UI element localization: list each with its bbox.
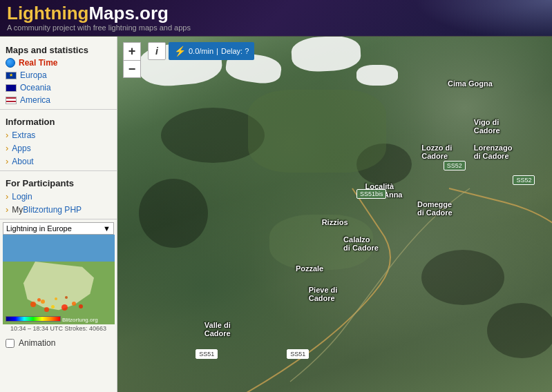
title-maps: Maps.org [88, 3, 169, 23]
badge-ss51bis: SS51bis [356, 189, 387, 199]
lightning-rate: 0.0/min [189, 47, 213, 55]
pipe-separator: | [216, 47, 218, 55]
sidebar-item-apps[interactable]: › Apps [0, 141, 117, 155]
sidebar-item-america[interactable]: America [0, 94, 117, 106]
animation-checkbox[interactable] [6, 339, 15, 348]
section-title-maps: Maps and statistics [0, 41, 117, 57]
delay-label: Delay: ? [221, 47, 249, 55]
scale-label: Blitzortung.org [62, 317, 98, 323]
map-panel[interactable]: Cima Gogna Vigo diCadore Lozzo diCadore … [117, 37, 552, 392]
lightning-stats-bar: ⚡ 0.0/min | Delay: ? [169, 42, 254, 60]
sidebar-item-europa-label: Europa [20, 70, 47, 80]
label-localita: LocalitàSant'Anna [365, 182, 403, 199]
site-title: LightningMaps.org [7, 4, 545, 22]
zoom-in-button[interactable]: + [123, 42, 141, 60]
animation-row: Animation [0, 335, 117, 351]
terrain-dark-4 [421, 250, 504, 305]
heat-map-area [17, 290, 93, 314]
sidebar-item-about[interactable]: › About [0, 155, 117, 168]
map-controls: + − [123, 42, 141, 78]
sidebar-item-oceania-label: Oceania [20, 83, 51, 92]
main-content: Maps and statistics Real Time ★ Europa O… [0, 37, 552, 392]
arrow-login-icon: › [6, 191, 8, 202]
valley-1 [248, 90, 386, 173]
flag-au-icon [6, 84, 17, 92]
sidebar-item-about-label: About [12, 157, 33, 166]
badge-ss52-2: SS52 [513, 175, 535, 185]
terrain-dark-5 [487, 303, 552, 358]
animation-label[interactable]: Animation [19, 338, 55, 348]
title-lightning: Lightning [7, 3, 88, 23]
badge-ss52-1: SS52 [444, 161, 466, 170]
snow-patch-3 [290, 37, 361, 73]
header: LightningMaps.org A community project wi… [0, 0, 552, 37]
flag-eu-icon: ★ [6, 72, 17, 79]
site-subtitle: A community project with free lightning … [7, 23, 545, 32]
divider-3 [0, 219, 117, 219]
label-vigo: Vigo diCadore [474, 118, 500, 135]
mini-map-dropdown[interactable]: Lightning in Europe ▼ [3, 222, 114, 235]
label-cima-gogna: Cima Gogna [448, 79, 493, 88]
snow-patch-4 [356, 65, 398, 86]
sidebar-item-login-label: Login [12, 192, 32, 202]
sidebar-item-login[interactable]: › Login [0, 190, 117, 203]
map-background: Cima Gogna Vigo diCadore Lozzo diCadore … [117, 37, 552, 392]
sidebar-item-realtime[interactable]: Real Time [0, 57, 117, 69]
arrow-extras-icon: › [6, 130, 8, 140]
arrow-about-icon: › [6, 156, 8, 166]
globe-icon [6, 58, 15, 68]
valley-2 [269, 215, 373, 270]
zoom-out-button[interactable]: − [123, 60, 141, 78]
info-button[interactable]: i [148, 42, 166, 60]
divider-1 [0, 109, 117, 110]
chevron-down-icon: ▼ [103, 224, 111, 233]
label-pieve: Pieve diCadore [309, 286, 338, 302]
sidebar-item-oceania[interactable]: Oceania [0, 81, 117, 94]
sidebar-item-myblitzortung[interactable]: › MyBlitzortung PHP [0, 203, 117, 216]
terrain-dark-2 [139, 179, 208, 248]
mini-map-container: Lightning in Europe ▼ [3, 222, 114, 333]
mini-map-timestamp: 10:34 – 18:34 UTC Strokes: 40663 [3, 324, 114, 333]
sidebar-item-europa[interactable]: ★ Europa [0, 69, 117, 81]
badge-ss51-1: SS51 [196, 349, 218, 359]
sidebar-item-realtime-label: Real Time [19, 58, 57, 68]
map-info-bar: i ⚡ 0.0/min | Delay: ? [148, 42, 254, 60]
label-lorenzago: Lorenzagodi Cadore [474, 144, 513, 160]
section-title-information: Information [0, 112, 117, 128]
label-domegge: Domeggedi Cadore [417, 200, 453, 217]
badge-ss51-2: SS51 [287, 349, 309, 359]
sidebar-item-myblitzortung-label: MyBlitzortung PHP [12, 205, 82, 215]
divider-2 [0, 170, 117, 171]
section-title-participants: For Participants [0, 174, 117, 190]
sidebar-item-apps-label: Apps [12, 144, 30, 153]
label-lozzo: Lozzo diCadore [421, 144, 452, 160]
arrow-apps-icon: › [6, 143, 8, 153]
color-scale-bar [6, 316, 61, 322]
lightning-icon: ⚡ [174, 46, 186, 57]
sidebar: Maps and statistics Real Time ★ Europa O… [0, 37, 117, 392]
mini-map[interactable]: Blitzortung.org [3, 235, 115, 324]
arrow-blitz-icon: › [6, 204, 8, 215]
flag-us-icon [6, 97, 17, 104]
sidebar-item-extras[interactable]: › Extras [0, 128, 117, 141]
label-valle: Valle diCadore [204, 321, 231, 337]
sidebar-item-america-label: America [20, 95, 50, 105]
sidebar-item-extras-label: Extras [12, 130, 35, 140]
mini-map-dropdown-label: Lightning in Europe [6, 224, 72, 233]
